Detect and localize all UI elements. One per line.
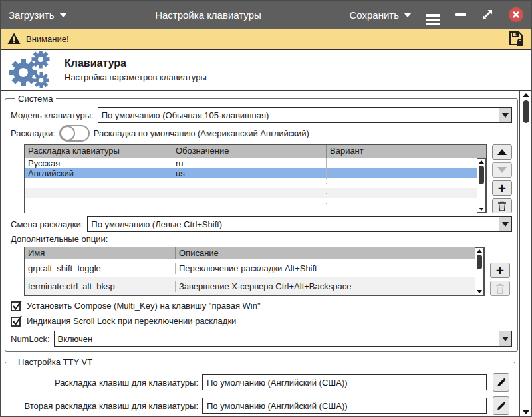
keyboard-model-select[interactable]: По умолчанию (Обычная 105-клавишная): [98, 107, 512, 123]
delete-option-button[interactable]: [490, 281, 510, 296]
trash-icon: [495, 283, 505, 294]
tty-second-layout-label: Вторая раскладка клавиш для клавиатуры:: [11, 401, 198, 411]
close-button[interactable]: [509, 7, 523, 22]
scroll-lock-checkbox-label: Индикация Scroll Lock при переключении р…: [27, 316, 236, 326]
checkbox-checked-icon: [11, 315, 23, 327]
warning-icon: [7, 33, 21, 45]
tty-layout-field[interactable]: По умолчанию (Английский (США)): [202, 374, 487, 390]
add-layout-button[interactable]: +: [492, 180, 512, 196]
save-file-button[interactable]: [507, 30, 525, 47]
compose-checkbox[interactable]: Установить Compose (Multi_Key) на клавиш…: [11, 300, 512, 311]
page-title: Клавиатура: [65, 57, 207, 69]
move-down-icon: [497, 167, 507, 173]
default-layout-text: Раскладка по умолчанию (Американский Анг…: [94, 128, 309, 138]
scroll-down-icon[interactable]: [477, 290, 482, 293]
table-row[interactable]: grp:alt_shift_toggle Переключение раскла…: [25, 259, 484, 277]
edit-pencil-icon: [496, 378, 506, 388]
save-menu-button[interactable]: Сохранить: [349, 9, 412, 21]
keyboard-model-value: По умолчанию (Обычная 105-клавишная): [98, 108, 499, 122]
system-groupbox: Система Модель клавиатуры: По умолчанию …: [5, 94, 518, 352]
move-down-button[interactable]: [492, 162, 512, 178]
table-row-empty[interactable]: [25, 178, 486, 188]
column-header: Вариант: [327, 145, 486, 158]
compose-checkbox-label: Установить Compose (Multi_Key) на клавиш…: [27, 301, 261, 311]
move-up-icon: [497, 149, 507, 155]
scroll-up-icon[interactable]: [523, 93, 529, 97]
page-header: Клавиатура Настройка параметров клавиату…: [1, 50, 531, 91]
layout-table-scrollbar[interactable]: [477, 158, 486, 213]
cell-option-description: Завершение X-сервера Ctrl+Alt+Backspace: [176, 281, 484, 292]
cell-option-description: Переключение раскладки Alt+Shift: [176, 263, 484, 274]
minimize-button[interactable]: [455, 13, 466, 16]
layout-switch-label: Смена раскладки:: [11, 219, 83, 229]
numlock-label: NumLock:: [11, 334, 50, 344]
cell-option-name: grp:alt_shift_toggle: [25, 263, 176, 274]
tty-layout-edit-button[interactable]: [493, 373, 509, 392]
gears-icon: [6, 51, 51, 88]
minimize-icon: [455, 13, 466, 16]
table-row[interactable]: terminate:ctrl_alt_bksp Завершение X-сер…: [25, 277, 484, 295]
scroll-up-icon[interactable]: [479, 160, 484, 164]
load-menu-button[interactable]: Загрузить: [9, 9, 67, 21]
column-header: Раскладка клавиатуры: [25, 145, 172, 158]
layout-table-header: Раскладка клавиатуры Обозначение Вариант: [25, 145, 486, 158]
extra-options-label: Дополнительные опции:: [11, 234, 108, 244]
tty-second-layout-field[interactable]: По умолчанию (Английский (США)): [202, 398, 487, 414]
checkbox-checked-icon: [11, 300, 23, 311]
trash-icon: [497, 201, 507, 211]
column-header: Обозначение: [172, 145, 327, 158]
layout-switch-select[interactable]: По умолчанию (Левые Ctrl+Shift): [87, 216, 512, 232]
cell-option-name: terminate:ctrl_alt_bksp: [25, 281, 176, 292]
chevron-down-icon: [59, 13, 67, 17]
numlock-value: Включен: [55, 331, 499, 346]
scroll-thumb[interactable]: [479, 166, 484, 184]
chevron-down-icon: [502, 222, 509, 227]
warning-bar: Внимание!: [1, 29, 531, 50]
tty-second-layout-edit-button[interactable]: [493, 396, 509, 415]
close-icon: [512, 11, 520, 19]
scroll-thumb[interactable]: [523, 100, 529, 123]
add-icon: +: [498, 182, 506, 194]
add-option-button[interactable]: +: [490, 263, 510, 278]
tty-legend: Настройка TTY VT: [15, 357, 96, 367]
cell-variant: [327, 173, 486, 174]
cell-variant: [327, 163, 486, 164]
table-row-empty[interactable]: [25, 188, 486, 198]
layout-switch-value: По умолчанию (Левые Ctrl+Shift): [88, 217, 499, 231]
table-row-empty[interactable]: [25, 198, 486, 208]
edit-pencil-icon: [496, 401, 506, 411]
delete-layout-button[interactable]: [492, 198, 512, 213]
default-layout-toggle[interactable]: [59, 125, 90, 142]
scroll-down-icon[interactable]: [479, 208, 484, 211]
table-row[interactable]: Русская ru: [25, 158, 486, 168]
options-table: Имя Описание grp:alt_shift_toggle Перекл…: [24, 247, 485, 296]
menu-button[interactable]: [426, 12, 440, 17]
options-table-header: Имя Описание: [25, 247, 484, 259]
column-header: Имя: [25, 247, 176, 259]
keyboard-model-label: Модель клавиатуры:: [11, 110, 94, 120]
window-scrollbar[interactable]: [519, 91, 531, 416]
column-header: Описание: [176, 247, 484, 259]
titlebar: Загрузить Настройка клавиатуры Сохранить: [1, 1, 531, 29]
scroll-thumb[interactable]: [477, 255, 482, 269]
combo-dropdown-button[interactable]: [499, 108, 511, 122]
load-menu-label: Загрузить: [9, 9, 55, 21]
add-icon: +: [496, 265, 504, 277]
move-up-button[interactable]: [492, 144, 512, 160]
scroll-lock-checkbox[interactable]: Индикация Scroll Lock при переключении р…: [11, 315, 512, 327]
maximize-button[interactable]: [481, 8, 494, 21]
tty-groupbox: Настройка TTY VT Раскладка клавиш для кл…: [5, 357, 515, 416]
tty-layout-label: Раскладка клавиш для клавиатуры:: [11, 378, 198, 388]
combo-dropdown-button[interactable]: [499, 217, 511, 231]
scroll-up-icon[interactable]: [477, 249, 482, 253]
expand-icon: [481, 8, 494, 21]
chevron-down-icon: [502, 113, 509, 118]
table-row-selected[interactable]: Английский us: [25, 168, 486, 178]
hamburger-icon: [426, 14, 440, 16]
options-table-scrollbar[interactable]: [475, 247, 484, 295]
scroll-down-icon[interactable]: [523, 410, 529, 414]
numlock-select[interactable]: Включен: [54, 331, 512, 347]
cell-layout: Английский: [25, 168, 172, 179]
system-legend: Система: [15, 94, 56, 104]
combo-dropdown-button[interactable]: [499, 331, 511, 346]
